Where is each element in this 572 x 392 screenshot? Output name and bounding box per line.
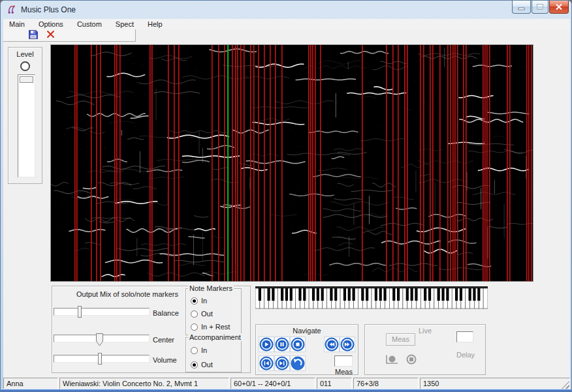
window-title: Music Plus One <box>21 5 76 14</box>
note-markers-out-option[interactable]: Out <box>191 310 213 318</box>
minimize-button[interactable] <box>512 1 531 14</box>
status-bar: Anna Wieniawski: Violin Concerto No. 2, … <box>3 377 570 390</box>
client-area: Main Options Custom Spect Help <box>3 19 570 390</box>
menu-spect[interactable]: Spect <box>110 19 140 29</box>
radio-icon[interactable] <box>191 310 198 318</box>
volume-slider[interactable] <box>54 355 150 363</box>
navigate-panel: Navigate Meas <box>255 324 358 375</box>
app-window: Music Plus One Main Options Custom Spect… <box>0 0 572 392</box>
menu-custom[interactable]: Custom <box>71 19 108 29</box>
menu-options[interactable]: Options <box>33 19 69 29</box>
status-user: Anna <box>3 378 58 389</box>
radio-icon[interactable] <box>191 324 198 331</box>
close-button[interactable] <box>549 1 569 14</box>
accompaniment-title: Accompaniment <box>188 333 242 341</box>
status-index: 011 <box>317 378 352 389</box>
spectrogram-panel <box>50 44 533 282</box>
status-position: 76+3/8 <box>353 378 419 389</box>
option-label: Out <box>201 361 213 369</box>
menu-help[interactable]: Help <box>142 19 168 29</box>
radio-icon[interactable] <box>191 347 198 354</box>
maximize-button[interactable] <box>532 1 548 14</box>
floppy-disk-icon <box>28 29 39 42</box>
title-bar[interactable]: Music Plus One <box>1 1 571 19</box>
back-button[interactable] <box>290 355 306 371</box>
menu-bar: Main Options Custom Spect Help <box>3 19 570 29</box>
note-markers-in-rest-option[interactable]: In + Rest <box>191 323 230 331</box>
toolbar <box>3 29 136 42</box>
piano-keyboard[interactable] <box>255 286 488 310</box>
stop-button[interactable] <box>290 337 306 352</box>
status-range: 60+0/1 -- 240+0/1 <box>230 378 315 389</box>
option-label: In <box>201 297 207 305</box>
delay-label: Delay <box>456 351 475 359</box>
window-frame-bottom <box>1 389 571 391</box>
radio-icon[interactable] <box>191 361 198 369</box>
fast-forward-button[interactable] <box>340 337 355 352</box>
accompaniment-out-option[interactable]: Out <box>191 361 213 369</box>
option-label: In + Rest <box>201 323 230 331</box>
record-button[interactable] <box>384 353 400 366</box>
note-markers-title: Note Markers <box>188 284 234 292</box>
volume-slider-thumb[interactable] <box>98 353 102 365</box>
accompaniment-in-option[interactable]: In <box>191 346 207 354</box>
save-button[interactable] <box>27 30 40 41</box>
level-label: Level <box>8 50 42 58</box>
level-slider[interactable] <box>18 74 35 177</box>
balance-slider[interactable] <box>54 308 150 316</box>
center-label: Center <box>153 336 174 344</box>
live-meas-button[interactable]: Meas <box>386 333 415 346</box>
record-stop-button[interactable] <box>404 353 419 366</box>
spectrogram-display[interactable] <box>51 45 533 281</box>
level-indicator-lamp <box>20 61 30 71</box>
volume-label: Volume <box>153 356 177 364</box>
level-slider-thumb[interactable] <box>20 76 33 83</box>
center-slider[interactable] <box>54 335 150 342</box>
option-label: In <box>201 346 207 354</box>
status-count: 1350 <box>420 378 570 389</box>
note-markers-group: Note Markers In Out In + Rest <box>185 288 242 335</box>
app-icon <box>7 5 17 15</box>
level-panel: Level <box>8 47 42 184</box>
radio-icon[interactable] <box>191 297 198 305</box>
skip-to-start-button[interactable] <box>259 355 274 371</box>
rewind-button[interactable] <box>324 337 340 352</box>
balance-label: Balance <box>153 309 179 317</box>
close-file-button[interactable] <box>44 30 57 41</box>
navigate-title: Navigate <box>256 327 358 335</box>
navigate-meas-label: Meas <box>335 368 353 376</box>
navigate-meas-input[interactable] <box>334 355 353 367</box>
live-panel: Live Meas Delay <box>364 324 486 375</box>
center-slider-thumb[interactable] <box>96 333 103 346</box>
pause-button[interactable] <box>274 337 290 352</box>
play-button[interactable] <box>259 337 274 352</box>
output-mix-title: Output Mix of solo/note markers <box>52 290 202 298</box>
accompaniment-group: Accompaniment In Out <box>185 337 242 372</box>
balance-slider-thumb[interactable] <box>78 306 82 318</box>
status-piece: Wieniawski: Violin Concerto No. 2, Mvmt … <box>59 378 229 389</box>
delay-input[interactable] <box>456 331 473 342</box>
menu-main[interactable]: Main <box>3 19 31 29</box>
note-markers-in-option[interactable]: In <box>191 297 207 305</box>
red-x-icon <box>46 29 56 42</box>
option-label: Out <box>201 310 213 318</box>
skip-to-end-button[interactable] <box>274 355 290 371</box>
